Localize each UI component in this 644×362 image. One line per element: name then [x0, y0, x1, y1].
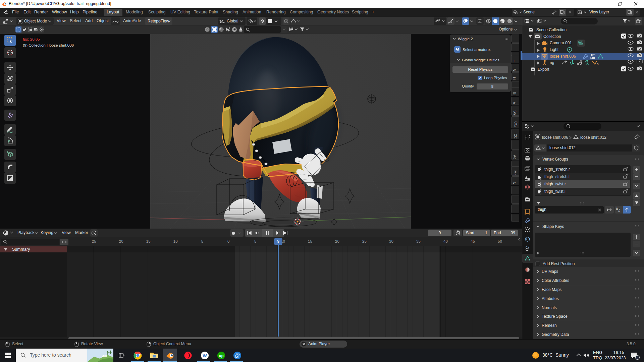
svg-text:W: W: [203, 353, 207, 358]
svg-text:5: 5: [637, 356, 638, 360]
svg-text:up: up: [219, 354, 223, 358]
svg-text:3: 3: [597, 63, 599, 66]
